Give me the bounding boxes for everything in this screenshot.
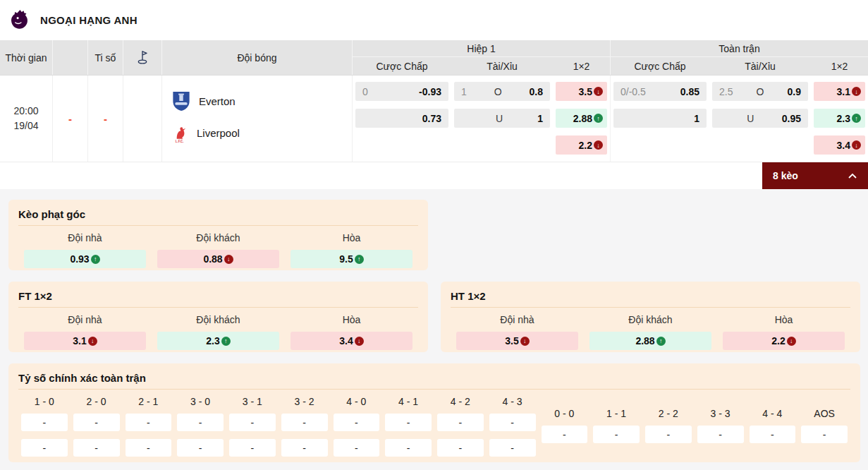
- score-label: 4 - 4: [762, 408, 782, 419]
- score-odd-cell[interactable]: -: [177, 414, 224, 431]
- h1-over-odd[interactable]: 1 O 0.8: [454, 82, 550, 101]
- betting-page: NGOẠI HẠNG ANH Thời gian Ti số Đội bóng …: [0, 0, 868, 470]
- h1-1x2-draw-odd[interactable]: 2.2 ↓: [556, 135, 607, 155]
- h1-handicap-odd-1[interactable]: 0 -0.93: [355, 82, 448, 101]
- score-odd-cell[interactable]: -: [21, 414, 68, 431]
- score-odd-cell[interactable]: -: [489, 414, 536, 431]
- ft-draw-odd[interactable]: 3.4 ↓: [291, 332, 412, 350]
- odds-group-full-time: 0/-0.5 0.85 1 2.5 O 0.9: [610, 76, 868, 162]
- score-label: 4 - 2: [451, 396, 470, 407]
- away-team-row[interactable]: L.F.C. Liverpool: [162, 122, 352, 144]
- ht-draw-odd[interactable]: 2.2 ↓: [723, 332, 845, 350]
- 1x2-odds: 2.2: [579, 140, 592, 151]
- subheader-h1-1x2: 1×2: [553, 57, 610, 75]
- score-odd-cell[interactable]: -: [437, 414, 484, 431]
- ht-away-odd[interactable]: 2.88 ↑: [589, 332, 711, 350]
- score-odd-cell[interactable]: -: [126, 439, 172, 457]
- score-label: 2 - 0: [87, 396, 106, 407]
- score-label: 1 - 1: [606, 408, 626, 419]
- ou-odds: 0.8: [530, 86, 543, 97]
- trend-up-icon: ↑: [91, 255, 100, 264]
- match-time: 20:00 19/04: [0, 76, 53, 162]
- corner-draw-odd[interactable]: 9.5 ↑: [291, 250, 412, 268]
- score-column-3-2: 3 - 2 - -: [281, 396, 328, 464]
- score-column-1-0: 1 - 0 - -: [21, 396, 68, 464]
- ft-draw-label: Hòa: [343, 314, 361, 325]
- score-odd-cell[interactable]: -: [593, 426, 640, 443]
- score-odd-cell[interactable]: -: [334, 439, 380, 457]
- ft-1x2-away-odd[interactable]: 2.3 ↑: [814, 109, 865, 128]
- ft-handicap-odd-1[interactable]: 0/-0.5 0.85: [613, 82, 707, 101]
- corner-flag-icon: [123, 40, 162, 75]
- score-odd-cell[interactable]: -: [229, 439, 276, 457]
- score-odd-cell[interactable]: -: [281, 414, 328, 431]
- score-label: 2 - 1: [138, 396, 158, 407]
- score-column-2-1: 2 - 1 - -: [126, 396, 172, 464]
- h1-1x2-away-odd[interactable]: 2.88 ↑: [556, 109, 607, 128]
- ht-home-odd[interactable]: 3.5 ↓: [456, 332, 578, 350]
- corner-draw-label: Hòa: [343, 232, 361, 243]
- score-odd-cell[interactable]: -: [177, 439, 224, 457]
- score-odd-cell[interactable]: -: [801, 426, 848, 443]
- panel-title: HT 1×2: [451, 289, 850, 302]
- group-header-first-half: Hiệp 1 Cược Chấp Tài/Xỉu 1×2: [353, 40, 610, 75]
- bets-count-toggle[interactable]: 8 kèo: [762, 162, 868, 189]
- score-odd-cell[interactable]: -: [385, 439, 432, 457]
- score-odd-cell[interactable]: -: [437, 439, 484, 457]
- handicap-odds: 0.73: [422, 113, 441, 124]
- ft-over-under-column: 2.5 O 0.9 U 0.95: [709, 82, 811, 162]
- group-header-full-time: Toàn trận Cược Chấp Tài/Xỉu 1×2: [610, 40, 868, 75]
- odds-value: 0.93: [70, 253, 89, 265]
- ft-1x2-draw-odd[interactable]: 3.4 ↓: [814, 135, 865, 155]
- ft-home-odd[interactable]: 3.1 ↓: [24, 332, 146, 350]
- score-label: 0 - 0: [554, 408, 574, 419]
- column-header-time: Thời gian: [0, 40, 53, 75]
- score-odd-cell[interactable]: -: [21, 439, 68, 457]
- score-odd-cell[interactable]: -: [334, 414, 380, 431]
- match-status-cell: -: [53, 76, 88, 162]
- score-odd-cell[interactable]: -: [73, 414, 120, 431]
- score-column-0-0: 0 - 0 -: [542, 396, 588, 464]
- ft-1x2-home-odd[interactable]: 3.1 ↓: [814, 82, 865, 101]
- subheader-h1-handicap: Cược Chấp: [353, 57, 451, 75]
- subheader-h1-over-under: Tài/Xỉu: [451, 57, 553, 75]
- trend-up-icon: ↑: [656, 337, 666, 346]
- odds-body: 0 -0.93 0.73 1 O 0.8: [353, 76, 868, 162]
- ft-over-odd[interactable]: 2.5 O 0.9: [712, 82, 808, 101]
- home-team-row[interactable]: Everton: [162, 90, 352, 112]
- ht-draw-label: Hòa: [775, 314, 793, 325]
- score-odd-cell[interactable]: -: [229, 414, 276, 431]
- corner-away-odd[interactable]: 0.88 ↓: [157, 250, 279, 268]
- trend-down-icon: ↓: [88, 337, 97, 346]
- h1-1x2-column: 3.5 ↓ 2.88 ↑ 2.2 ↓: [553, 82, 610, 162]
- score-odd-cell[interactable]: -: [489, 439, 536, 457]
- h1-under-odd[interactable]: U 1: [454, 109, 550, 128]
- score-odd-cell[interactable]: -: [542, 426, 588, 443]
- ft-under-odd[interactable]: U 0.95: [712, 109, 808, 128]
- score-odd-cell[interactable]: -: [281, 439, 328, 457]
- h1-handicap-column: 0 -0.93 0.73: [353, 82, 451, 162]
- ft-away-odd[interactable]: 2.3 ↑: [157, 332, 279, 350]
- match-score-dash: -: [104, 113, 107, 125]
- chevron-up-icon: [848, 172, 857, 179]
- score-column-aos: AOS -: [801, 396, 848, 464]
- score-odd-cell[interactable]: -: [645, 426, 692, 443]
- corner-away-label: Đội khách: [196, 232, 240, 243]
- score-odd-cell[interactable]: -: [126, 414, 172, 431]
- trend-down-icon: ↓: [852, 87, 861, 96]
- h1-1x2-home-odd[interactable]: 3.5 ↓: [556, 82, 607, 101]
- panel-title: Tỷ số chính xác toàn trận: [18, 370, 850, 384]
- ft-handicap-odd-2[interactable]: 1: [613, 109, 707, 128]
- h1-handicap-odd-2[interactable]: 0.73: [355, 109, 448, 128]
- ou-side: O: [494, 86, 502, 97]
- score-odd-cell[interactable]: -: [385, 414, 432, 431]
- score-column-4-3: 4 - 3 - -: [489, 396, 536, 464]
- ft-1x2-column: 3.1 ↓ 2.3 ↑ 3.4 ↓: [811, 82, 868, 162]
- corner-home-odd[interactable]: 0.93 ↑: [24, 250, 146, 268]
- subheader-ft-handicap: Cược Chấp: [611, 57, 709, 75]
- odds-value: 2.2: [771, 335, 785, 347]
- score-odd-cell[interactable]: -: [73, 439, 120, 457]
- odds-value: 2.88: [635, 335, 654, 347]
- score-odd-cell[interactable]: -: [750, 426, 796, 443]
- score-odd-cell[interactable]: -: [697, 426, 744, 443]
